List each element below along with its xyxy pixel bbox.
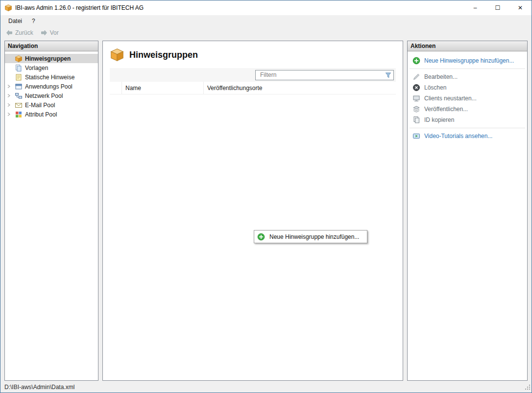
menu-help[interactable]: ?	[27, 16, 40, 26]
action-label: ID kopieren	[424, 116, 454, 123]
filter-band	[110, 68, 396, 82]
menu-datei[interactable]: Datei	[3, 16, 27, 26]
nav-item-attribut-pool[interactable]: Attribut Pool	[5, 110, 98, 119]
toolbar: Zurück Vor	[0, 27, 532, 39]
column-header-veroeffentlichungsorte[interactable]: Veröffentlichungsorte	[204, 82, 396, 94]
actions-header: Aktionen	[408, 41, 527, 51]
resize-grip-icon[interactable]	[525, 384, 531, 392]
action-delete[interactable]: Löschen	[408, 82, 527, 93]
action-label: Neue Hinweisgruppe hinzufügen...	[424, 57, 514, 64]
nav-item-netzwerk-pool[interactable]: Netzwerk Pool	[5, 91, 98, 100]
nav-item-label: Anwendungs Pool	[25, 83, 73, 90]
content-area: Navigation Hinweisgruppen Vorlagen	[0, 39, 532, 382]
add-notice-group-shortcut[interactable]: Neue Hinweisgruppe hinzufügen...	[254, 230, 367, 243]
network-pool-icon	[15, 92, 23, 100]
application-pool-icon	[15, 83, 23, 91]
actions-list: Neue Hinweisgruppe hinzufügen... Bearbei…	[408, 51, 527, 141]
nav-item-label: Hinweisgruppen	[25, 55, 71, 62]
restart-clients-icon	[412, 94, 420, 102]
back-label: Zurück	[15, 29, 33, 36]
actions-panel: Aktionen Neue Hinweisgruppe hinzufügen..…	[407, 41, 528, 381]
table-header: Name Veröffentlichungsorte	[110, 82, 396, 94]
add-icon	[257, 233, 265, 241]
nav-item-hinweisgruppen[interactable]: Hinweisgruppen	[5, 54, 98, 63]
add-icon	[412, 57, 420, 65]
nav-item-label: Statische Hinweise	[25, 74, 74, 81]
window-controls: – ☐ ✕	[464, 0, 532, 15]
nav-item-statische-hinweise[interactable]: Statische Hinweise	[5, 72, 98, 82]
chevron-right-icon[interactable]	[7, 102, 11, 109]
delete-icon	[412, 84, 420, 92]
notice-groups-grid: Name Veröffentlichungsorte	[110, 68, 396, 373]
nav-item-vorlagen[interactable]: Vorlagen	[5, 63, 98, 72]
action-label: Bearbeiten...	[424, 73, 458, 80]
attribute-pool-icon	[15, 111, 23, 118]
filter-input[interactable]	[255, 70, 394, 80]
data-file-path: D:\IBI-aws\Admin\Data.xml	[4, 384, 74, 391]
nav-item-label: E-Mail Pool	[25, 102, 55, 109]
page-title: Hinweisgruppen	[129, 50, 198, 60]
back-button[interactable]: Zurück	[5, 29, 33, 37]
action-copy-id[interactable]: ID kopieren	[408, 115, 527, 125]
copy-id-icon	[412, 116, 420, 124]
separator	[410, 128, 525, 128]
chevron-right-icon[interactable]	[7, 83, 11, 90]
nav-item-label: Vorlagen	[25, 65, 48, 71]
back-arrow-icon	[5, 29, 13, 37]
action-add-notice-group[interactable]: Neue Hinweisgruppe hinzufügen...	[408, 55, 527, 66]
app-window: IBI-aws Admin 1.26.0 - registriert für I…	[0, 0, 532, 393]
action-publish[interactable]: Veröffentlichen...	[408, 104, 527, 115]
email-pool-icon	[15, 101, 23, 109]
action-label: Clients neustarten...	[424, 95, 477, 102]
nav-item-label: Netzwerk Pool	[25, 92, 63, 99]
action-restart-clients[interactable]: Clients neustarten...	[408, 93, 527, 104]
add-shortcut-label: Neue Hinweisgruppe hinzufügen...	[269, 233, 359, 240]
forward-button[interactable]: Vor	[40, 29, 59, 37]
action-edit[interactable]: Bearbeiten...	[408, 71, 527, 82]
notice-group-icon	[15, 55, 23, 63]
static-notice-icon	[15, 73, 23, 81]
column-header-name[interactable]: Name	[122, 82, 204, 94]
chevron-right-icon[interactable]	[7, 92, 11, 99]
column-spacer	[110, 82, 122, 94]
template-icon	[15, 64, 23, 72]
chevron-right-icon[interactable]	[7, 111, 11, 118]
minimize-button[interactable]: –	[464, 0, 486, 15]
navigation-tree: Hinweisgruppen Vorlagen Statische Hinwei…	[5, 51, 98, 119]
window-title: IBI-aws Admin 1.26.0 - registriert für I…	[15, 4, 144, 11]
main-header: Hinweisgruppen	[103, 41, 403, 68]
titlebar: IBI-aws Admin 1.26.0 - registriert für I…	[0, 0, 532, 15]
separator	[410, 69, 525, 69]
nav-item-label: Attribut Pool	[25, 111, 57, 118]
app-icon	[4, 4, 12, 12]
action-label: Video-Tutorials ansehen...	[424, 133, 492, 139]
main-panel: Hinweisgruppen Name Veröffentlichungsort…	[102, 41, 403, 381]
publish-icon	[412, 105, 420, 113]
action-label: Löschen	[424, 84, 446, 91]
navigation-header: Navigation	[5, 41, 98, 51]
nav-item-email-pool[interactable]: E-Mail Pool	[5, 100, 98, 110]
maximize-button[interactable]: ☐	[486, 0, 509, 15]
close-button[interactable]: ✕	[509, 0, 532, 15]
pencil-icon	[412, 73, 420, 81]
menubar: Datei ?	[0, 15, 532, 27]
notice-group-large-icon	[110, 47, 124, 62]
nav-item-anwendungs-pool[interactable]: Anwendungs Pool	[5, 82, 98, 91]
action-video-tutorials[interactable]: Video-Tutorials ansehen...	[408, 131, 527, 141]
statusbar: D:\IBI-aws\Admin\Data.xml	[0, 382, 532, 393]
forward-label: Vor	[50, 29, 59, 36]
video-tutorials-icon	[412, 132, 420, 140]
navigation-panel: Navigation Hinweisgruppen Vorlagen	[4, 41, 98, 381]
forward-arrow-icon	[40, 29, 48, 37]
filter-funnel-icon[interactable]	[385, 71, 392, 79]
filter-box	[255, 70, 394, 80]
action-label: Veröffentlichen...	[424, 106, 468, 113]
